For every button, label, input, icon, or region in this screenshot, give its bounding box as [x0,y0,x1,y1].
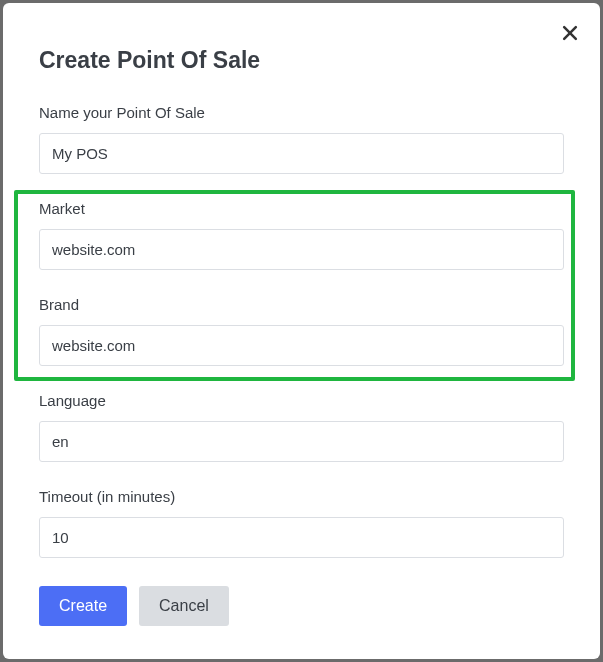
language-label: Language [39,392,564,409]
brand-input[interactable] [39,325,564,366]
create-pos-modal: Create Point Of Sale Name your Point Of … [3,3,600,659]
form-group-name: Name your Point Of Sale [39,104,564,174]
create-button[interactable]: Create [39,586,127,626]
brand-label: Brand [39,296,564,313]
button-row: Create Cancel [39,586,564,626]
form-group-brand: Brand [39,296,564,366]
form-group-language: Language [39,392,564,462]
market-label: Market [39,200,564,217]
timeout-input[interactable] [39,517,564,558]
close-button[interactable] [558,21,582,45]
timeout-label: Timeout (in minutes) [39,488,564,505]
form-group-market: Market [39,200,564,270]
cancel-button[interactable]: Cancel [139,586,229,626]
name-label: Name your Point Of Sale [39,104,564,121]
close-icon [560,23,580,43]
market-input[interactable] [39,229,564,270]
language-input[interactable] [39,421,564,462]
form-group-timeout: Timeout (in minutes) [39,488,564,558]
modal-title: Create Point Of Sale [39,47,564,74]
name-input[interactable] [39,133,564,174]
